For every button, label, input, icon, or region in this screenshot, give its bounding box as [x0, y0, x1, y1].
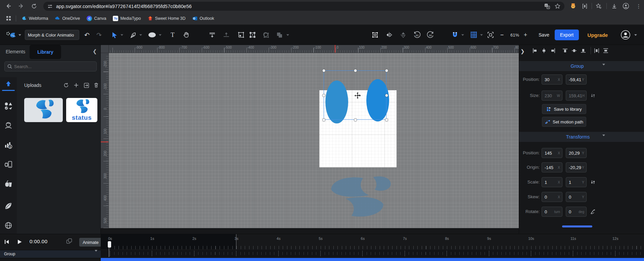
svgator-logo[interactable] — [5, 25, 17, 45]
group-collapse-chevron-icon[interactable] — [602, 65, 605, 70]
upgrade-button[interactable]: Upgrade — [586, 25, 610, 45]
zoom-level[interactable]: 61% — [508, 25, 522, 45]
mask-shape-icon[interactable] — [262, 25, 270, 45]
rotate-origin-icon[interactable] — [590, 209, 596, 214]
select-tool-chevron-icon[interactable] — [120, 25, 124, 45]
align-right-icon[interactable] — [550, 48, 556, 54]
collapse-sidebar-icon[interactable]: ❮ — [93, 48, 97, 54]
keyframe-snapshot-icon[interactable] — [66, 239, 73, 245]
browser-back-icon[interactable] — [5, 2, 12, 10]
group-header-title[interactable]: Group — [562, 63, 592, 69]
tab-library[interactable]: Library — [30, 45, 61, 59]
skew-y-input[interactable]: 0Y — [566, 192, 587, 202]
align-top-edge-icon[interactable] — [208, 25, 216, 45]
snapping-magnet-icon[interactable] — [451, 25, 459, 45]
track-collapse-chevron-icon[interactable] — [95, 252, 97, 257]
origin-x-input[interactable]: -145X — [542, 162, 562, 172]
clipped-section-header[interactable] — [562, 225, 592, 227]
faded-logo-shape[interactable] — [321, 174, 394, 219]
transforms-header-title[interactable]: Transforms — [556, 134, 600, 140]
transform-position-y-input[interactable]: 20,29Y — [566, 148, 587, 158]
rotate-ccw-90-icon[interactable]: 90 — [412, 25, 422, 45]
project-name-input[interactable] — [25, 30, 79, 40]
upload-thumbnail-svgator-logo[interactable] — [24, 98, 63, 122]
collapse-panel-icon[interactable]: ❯ — [520, 48, 525, 54]
free-transform-icon[interactable] — [371, 25, 379, 45]
selection-handle-sw[interactable] — [322, 118, 325, 121]
logo-menu-chevron-icon[interactable] — [17, 25, 22, 45]
zoom-out-icon[interactable]: − — [499, 25, 505, 45]
bookmark-sweethome3d[interactable]: Sweet Home 3D — [148, 16, 186, 21]
fit-to-screen-icon[interactable] — [486, 25, 495, 45]
devices-category-icon[interactable] — [4, 160, 12, 168]
play-icon[interactable] — [15, 238, 24, 246]
pen-tool-icon[interactable] — [130, 25, 137, 45]
align-center-horizontal-icon[interactable] — [541, 48, 547, 54]
size-link-icon[interactable] — [590, 93, 596, 98]
apps-grid-icon[interactable] — [6, 16, 11, 21]
selection-handle-w[interactable] — [322, 94, 325, 97]
search-input[interactable] — [14, 64, 88, 69]
track-row-group[interactable]: Group — [0, 250, 101, 258]
transforms-section-header[interactable]: Transforms — [519, 132, 644, 142]
export-upload-icon[interactable] — [81, 83, 91, 88]
selection-handle-se[interactable] — [385, 118, 388, 121]
scale-y-input[interactable]: 1Y — [566, 177, 587, 187]
frame-image-icon[interactable] — [237, 25, 245, 45]
tab-elements[interactable]: Elements — [6, 49, 25, 54]
translate-icon[interactable]: G — [544, 3, 550, 9]
group-track-duration-bar[interactable] — [101, 258, 644, 261]
bookmark-outlook[interactable]: Outlook — [192, 16, 214, 21]
scale-link-icon[interactable] — [590, 179, 596, 185]
selection-handle-s[interactable] — [354, 118, 357, 121]
timeline-ruler[interactable]: 0s1s2s3s4s5s6s7s8s9s10s11s12s — [101, 234, 644, 249]
travel-globe-category-icon[interactable] — [4, 221, 12, 229]
rotate-cw-90-icon[interactable]: 90 — [426, 25, 435, 45]
size-w-input[interactable]: 230W — [542, 91, 562, 101]
timeline-ticks-row[interactable] — [101, 250, 644, 257]
refresh-icon[interactable] — [61, 83, 71, 88]
bookmark-webforma[interactable]: Webforma — [21, 16, 48, 21]
transform-position-x-input[interactable]: 145X — [542, 148, 562, 158]
nature-leaf-category-icon[interactable] — [4, 202, 12, 210]
downloads-icon[interactable] — [610, 2, 618, 10]
playhead-handle[interactable] — [108, 241, 111, 248]
browser-profile-icon[interactable] — [622, 2, 630, 10]
extensions-star-icon[interactable] — [595, 2, 602, 10]
export-button[interactable]: Export — [555, 30, 579, 40]
selection-handle-ne[interactable] — [385, 69, 388, 72]
scale-x-input[interactable]: 1X — [542, 177, 562, 187]
delete-upload-icon[interactable] — [91, 83, 101, 88]
bookmark-star-icon[interactable] — [555, 3, 560, 9]
align-bottom-edge-icon[interactable] — [222, 25, 230, 45]
account-avatar[interactable] — [620, 25, 631, 45]
set-motion-path-button[interactable]: Set motion path — [542, 117, 586, 127]
browser-reload-icon[interactable] — [30, 2, 38, 10]
shape-tool-chevron-icon[interactable] — [158, 25, 163, 45]
skip-to-start-icon[interactable] — [3, 238, 11, 246]
align-bottom-icon[interactable] — [580, 48, 586, 54]
boolean-group-icon[interactable] — [275, 25, 283, 45]
snapping-chevron-icon[interactable] — [460, 25, 465, 45]
rotate-deg-input[interactable]: 0deg — [566, 207, 587, 217]
selection-handle-e[interactable] — [385, 94, 388, 97]
shape-tool-icon[interactable] — [148, 25, 156, 45]
url-text[interactable]: app.svgator.com/editor#/a977267414f24f66… — [56, 4, 192, 9]
bookmark-canva[interactable]: C Canva — [87, 16, 106, 21]
group-position-y-input[interactable]: -59,41Y — [566, 74, 587, 85]
grid-chevron-icon[interactable] — [479, 25, 484, 45]
redo-icon[interactable]: ↷ — [95, 25, 103, 45]
align-top-icon[interactable] — [562, 48, 568, 54]
extension-emoji-icon[interactable] — [569, 2, 577, 10]
shapes-category-icon[interactable] — [4, 102, 12, 110]
text-tool-icon[interactable]: T — [169, 25, 176, 45]
side-panel-icon[interactable] — [581, 2, 588, 10]
browser-forward-icon[interactable] — [17, 2, 25, 10]
undo-icon[interactable]: ↶ — [83, 25, 91, 45]
animate-button[interactable]: Animate — [79, 238, 102, 247]
transforms-collapse-chevron-icon[interactable] — [602, 136, 605, 141]
zoom-in-icon[interactable]: + — [522, 25, 528, 45]
group-section-header[interactable]: Group — [519, 61, 644, 71]
distribute-vertical-icon[interactable] — [603, 48, 609, 54]
selection-handle-n[interactable] — [354, 69, 357, 72]
